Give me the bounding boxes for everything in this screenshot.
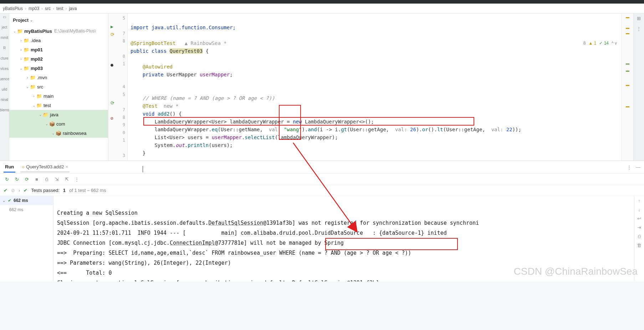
export-icon[interactable]: ⇲ [53, 177, 60, 182]
annotation: @Test [143, 103, 158, 109]
tree-node[interactable]: ›📁.mvn [9, 73, 108, 82]
method: selectList [245, 134, 275, 140]
toggle-auto-icon[interactable]: ⟳ [24, 177, 30, 182]
rerun-failed-icon[interactable]: ↻ [14, 177, 20, 182]
caret [143, 166, 143, 172]
print-icon[interactable]: ⎙ [638, 234, 641, 239]
test-tree-root[interactable]: ⌄ ✔ 662 ms [0, 196, 53, 205]
tree-node[interactable]: ›📁main [9, 91, 108, 101]
inlay: val: [491, 127, 504, 132]
screenshot-icon[interactable]: ⎙ [44, 177, 50, 182]
tree-node[interactable]: ›📁mp01 [9, 45, 108, 54]
project-panel: Project ⌄ ⌄📁myBatisPlusE:\Java\MyBatis-P… [9, 14, 108, 161]
expand-icon[interactable]: › [19, 188, 20, 193]
tree-node[interactable]: ⌄📁mp03 [9, 64, 108, 73]
annotation: @Autowired [143, 64, 173, 70]
method: add2 [158, 111, 170, 117]
nav-arrows[interactable]: ^ v [612, 41, 617, 46]
trash-icon[interactable]: 🗑 [637, 243, 642, 248]
tree-node[interactable]: ⌄📁src [9, 82, 108, 91]
more-icon[interactable]: ⋮ [627, 164, 632, 170]
project-header[interactable]: Project ⌄ [9, 14, 108, 26]
test-duration: 662 ms [9, 207, 23, 212]
type: List [154, 134, 167, 140]
breadcrumb-item[interactable]: src [45, 6, 51, 11]
strip-label[interactable]: mmit [1, 36, 9, 40]
breadcrumb-item[interactable]: mp03 [29, 6, 39, 11]
more-icon[interactable]: ⋮ [637, 26, 641, 31]
check-icon[interactable]: ✔ [4, 188, 7, 193]
chevron-down-icon: ⌄ [30, 18, 33, 22]
tree-node[interactable]: ⌄📦com [9, 119, 108, 128]
tree-node[interactable]: ›📁.idea [9, 36, 108, 45]
strip-label[interactable]: uence [0, 77, 9, 81]
strip-label[interactable]: vices [0, 67, 9, 71]
strip-label[interactable]: ninal [1, 98, 8, 102]
check-icon: ✔ [8, 198, 11, 203]
test-tree-item[interactable]: 662 ms [0, 205, 53, 214]
tree-node[interactable]: ⌄📦rainbowsea [9, 128, 108, 138]
strip-label[interactable]: R [3, 46, 6, 50]
console-line: ==> Parameters: wang(String), 26(Integer… [57, 260, 231, 266]
tree-node[interactable]: ⌄📁java [9, 110, 108, 119]
type: LambdaQueryWrapper [154, 119, 209, 125]
close-icon[interactable]: × [66, 164, 68, 169]
strip-label[interactable]: uild [2, 87, 7, 91]
more-icon[interactable]: ⋮ [73, 177, 80, 182]
scroll-icon[interactable]: ⇥ [637, 225, 641, 230]
tool-project[interactable]: ▭ [3, 15, 6, 19]
rerun-icon[interactable]: ↻ [4, 177, 10, 182]
wrap-icon[interactable]: ↩ [637, 216, 641, 221]
comment: // WHERE (name = ? AND (age > ? OR age <… [143, 95, 275, 101]
breadcrumb-item[interactable]: test [56, 6, 63, 11]
tests-passed-label: Tests passed: [31, 188, 60, 193]
import-icon[interactable]: ⇱ [63, 177, 70, 182]
class-name: QueryTest03 [170, 48, 203, 54]
author-hint: RainbowSea * [191, 40, 227, 46]
down-icon[interactable]: ↓ [638, 207, 640, 212]
inspection-widget[interactable]: 8 ▲ 1 ✓ 14 ^ v [581, 40, 619, 46]
inlay: val: [395, 127, 407, 132]
var: lambdaQueryWrapper [154, 127, 209, 132]
stop-icon[interactable]: ■ [34, 177, 40, 182]
editor-minimap[interactable] [621, 14, 633, 161]
console-link[interactable]: DefaultSqlSession [292, 280, 347, 281]
breadcrumb-item[interactable]: java [69, 6, 77, 11]
breadcrumb-item[interactable]: yBatisPlus [3, 6, 23, 11]
type: LambdaQueryWrapper [305, 119, 359, 125]
left-tool-strip: ▭ ject mmit R cture vices uence uild nin… [0, 14, 9, 161]
annotation: @SpringBootTest [131, 40, 175, 46]
console-line: Creating a new SqlSession [57, 210, 138, 216]
console-link[interactable]: ConnectionImpl [170, 240, 215, 246]
console-line: @1391af3b] was not registered for synchr… [263, 220, 479, 226]
code-line: import java.util.function.Consumer; [131, 25, 236, 30]
console-line: SqlSession [org.apache.ibatis.session.de… [57, 220, 208, 226]
field: out [175, 142, 184, 148]
project-header-label: Project [13, 17, 29, 23]
console-link[interactable]: DefaultSqlSession [208, 220, 263, 226]
console-output[interactable]: Creating a new SqlSession SqlSession [or… [53, 196, 634, 281]
strip-label[interactable]: cture [0, 56, 8, 60]
console-side-tools: ↑ ↓ ↩ ⇥ ⎙ 🗑 [634, 196, 644, 281]
tab-label: QueryTest03.add2 [26, 164, 64, 169]
var: users [188, 134, 203, 140]
tree-node[interactable]: ›📁mp02 [9, 54, 108, 64]
tree-node[interactable]: ⌄📁test [9, 101, 108, 110]
run-config-tab[interactable]: ⟐ QueryTest03.add2 × [20, 162, 70, 172]
project-tree[interactable]: ⌄📁myBatisPlusE:\Java\MyBatis-Plus\›📁.ide… [9, 26, 108, 161]
code-area[interactable]: import java.util.function.Consumer; @Spr… [128, 14, 621, 161]
kw: public [131, 48, 149, 54]
strip-label[interactable]: ject [2, 25, 7, 29]
disabled-icon[interactable]: ⊘ [11, 188, 15, 193]
up-icon[interactable]: ↑ [638, 198, 640, 203]
strip-label[interactable]: blems [0, 108, 9, 112]
method: println [188, 142, 209, 148]
tree-node[interactable]: ⌄📁myBatisPlusE:\Java\MyBatis-Plus\ [9, 26, 108, 36]
minimize-icon[interactable]: — [636, 164, 640, 170]
test-tree[interactable]: ⌄ ✔ 662 ms 662 ms [0, 196, 53, 281]
notifications-icon[interactable]: ⊞ [637, 16, 641, 21]
run-tab[interactable]: Run [4, 162, 15, 173]
console-line: @1391af3b] [347, 280, 379, 281]
number: 26 [410, 127, 416, 132]
type: User [170, 134, 182, 140]
